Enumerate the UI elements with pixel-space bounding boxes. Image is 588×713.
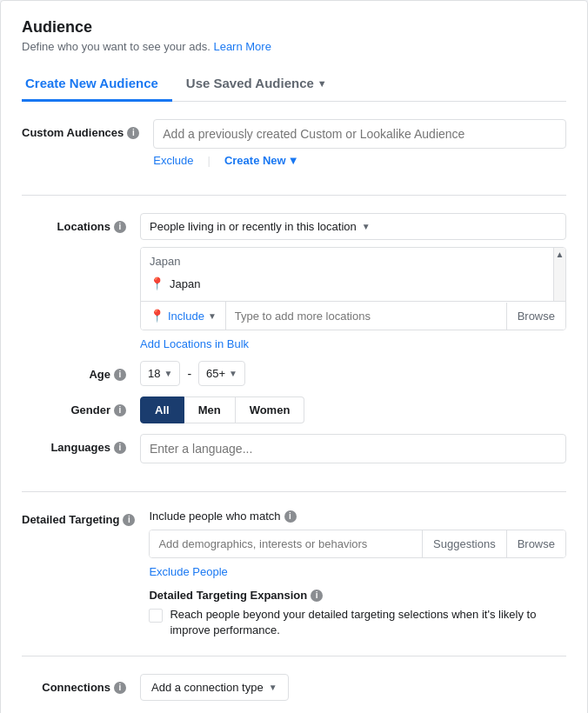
include-chevron-icon: ▼	[208, 311, 217, 321]
custom-audiences-section: Custom Audiences i Exclude | Create New …	[22, 102, 566, 196]
connections-info-icon[interactable]: i	[114, 682, 126, 694]
age-row: Age i 18 ▼ - 65+ ▼	[22, 361, 566, 386]
audience-card: Audience Define who you want to see your…	[0, 0, 588, 713]
connections-content: Add a connection type ▼	[140, 674, 566, 701]
include-button[interactable]: 📍 Include ▼	[141, 302, 226, 330]
location-box-inner: Japan 📍 Japan ▲	[141, 248, 565, 301]
detailed-targeting-header: Detailed Targeting i Include people who …	[22, 510, 566, 638]
gender-all-button[interactable]: All	[140, 396, 184, 423]
include-pin-icon: 📍	[150, 309, 164, 323]
include-row: 📍 Include ▼ Browse	[141, 301, 565, 330]
connection-type-dropdown[interactable]: Add a connection type ▼	[140, 674, 289, 701]
bulk-locations-link[interactable]: Add Locations in Bulk	[140, 337, 566, 350]
location-pin-icon: 📍	[150, 277, 164, 290]
create-new-chevron-icon: ▼	[288, 154, 299, 167]
gender-men-button[interactable]: Men	[184, 396, 236, 423]
location-item: 📍 Japan	[150, 273, 557, 294]
use-saved-chevron-icon: ▼	[317, 78, 327, 89]
gender-row: Gender i All Men Women	[22, 396, 566, 423]
age-controls: 18 ▼ - 65+ ▼	[140, 361, 566, 386]
age-to-chevron-icon: ▼	[229, 369, 237, 378]
detailed-browse-button[interactable]: Browse	[506, 530, 565, 557]
location-scrollbar[interactable]: ▲	[553, 248, 565, 301]
detailed-targeting-title-info-icon[interactable]: i	[284, 510, 297, 523]
custom-audiences-links: Exclude | Create New ▼	[153, 154, 566, 167]
page-subtitle: Define who you want to see your ads. Lea…	[22, 40, 566, 53]
location-search-label: Japan	[150, 255, 557, 268]
locations-label: Locations i	[22, 213, 126, 233]
expansion-checkbox-row: Reach people beyond your detailed target…	[149, 607, 566, 638]
create-new-link[interactable]: Create New ▼	[224, 154, 299, 167]
age-label: Age i	[22, 361, 126, 381]
tabs: Create New Audience Use Saved Audience ▼	[22, 67, 566, 102]
connections-row: Connections i Add a connection type ▼	[22, 674, 566, 701]
age-content: 18 ▼ - 65+ ▼	[140, 361, 566, 386]
expansion-text: Reach people beyond your detailed target…	[170, 607, 566, 638]
learn-more-link[interactable]: Learn More	[213, 40, 271, 53]
suggestions-button[interactable]: Suggestions	[422, 530, 506, 557]
languages-input[interactable]	[140, 434, 566, 463]
age-from-select[interactable]: 18 ▼	[140, 361, 180, 386]
detailed-targeting-input-row: Suggestions Browse	[149, 530, 566, 558]
gender-label: Gender i	[22, 396, 126, 416]
location-type-dropdown[interactable]: People living in or recently in this loc…	[140, 213, 566, 240]
languages-row: Languages i	[22, 434, 566, 463]
custom-audiences-label: Custom Audiences i	[22, 119, 139, 139]
locations-row: Locations i People living in or recently…	[22, 213, 566, 350]
custom-audiences-info-icon[interactable]: i	[127, 127, 139, 139]
age-info-icon[interactable]: i	[114, 369, 126, 381]
location-dropdown-chevron-icon: ▼	[362, 222, 371, 231]
age-from-chevron-icon: ▼	[164, 369, 172, 378]
location-browse-button[interactable]: Browse	[506, 303, 565, 330]
detailed-targeting-label: Detailed Targeting i	[22, 510, 135, 526]
exclude-people-link[interactable]: Exclude People	[149, 565, 566, 578]
detailed-targeting-section: Detailed Targeting i Include people who …	[22, 492, 566, 656]
languages-content	[140, 434, 566, 463]
locations-info-icon[interactable]: i	[114, 221, 126, 233]
gender-info-icon[interactable]: i	[114, 404, 126, 416]
connections-label: Connections i	[22, 674, 126, 694]
detailed-targeting-info-icon[interactable]: i	[123, 514, 135, 526]
expansion-checkbox[interactable]	[149, 609, 163, 623]
divider: |	[208, 154, 210, 167]
age-dash: -	[187, 367, 191, 381]
exclude-link[interactable]: Exclude	[153, 154, 193, 167]
languages-info-icon[interactable]: i	[114, 442, 126, 454]
tab-use-saved[interactable]: Use Saved Audience ▼	[172, 67, 331, 102]
gender-content: All Men Women	[140, 396, 566, 423]
locations-content: People living in or recently in this loc…	[140, 213, 566, 350]
location-box: Japan 📍 Japan ▲ 📍 Include ▼	[140, 247, 566, 330]
expansion-title: Detailed Targeting Expansion i	[149, 589, 566, 602]
gender-women-button[interactable]: Women	[236, 396, 305, 423]
scroll-up-icon[interactable]: ▲	[556, 250, 565, 259]
detailed-targeting-input[interactable]	[150, 530, 422, 557]
connections-section: Connections i Add a connection type ▼	[22, 656, 566, 713]
expansion-info-icon[interactable]: i	[311, 590, 323, 602]
age-to-select[interactable]: 65+ ▼	[198, 361, 245, 386]
page-title: Audience	[22, 18, 566, 37]
detailed-targeting-title: Include people who match i	[149, 510, 566, 523]
connection-chevron-icon: ▼	[269, 683, 277, 692]
detailed-targeting-content: Include people who match i Suggestions B…	[149, 510, 566, 638]
custom-audiences-content: Exclude | Create New ▼	[153, 119, 566, 167]
custom-audiences-row: Custom Audiences i Exclude | Create New …	[22, 119, 566, 167]
gender-buttons: All Men Women	[140, 396, 566, 423]
custom-audiences-input[interactable]	[153, 119, 566, 149]
tab-create-new[interactable]: Create New Audience	[22, 67, 172, 102]
location-type-input[interactable]	[226, 303, 506, 330]
expansion-row: Detailed Targeting Expansion i Reach peo…	[149, 589, 566, 638]
languages-label: Languages i	[22, 434, 126, 454]
header: Audience Define who you want to see your…	[22, 18, 566, 53]
locations-section: Locations i People living in or recently…	[22, 196, 566, 492]
